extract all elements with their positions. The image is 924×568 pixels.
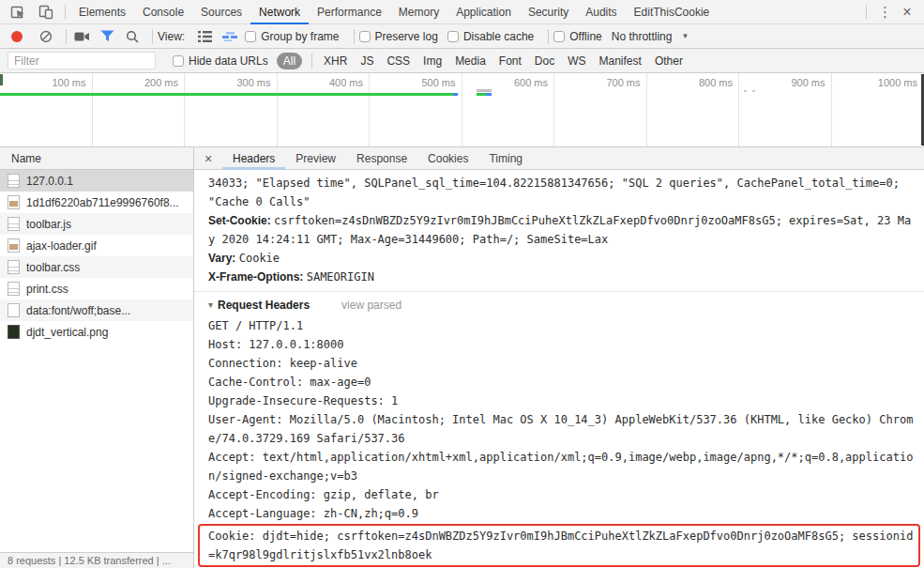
filter-type-media[interactable]: Media [455,54,486,68]
window-controls: ⋮ × [861,4,924,21]
document-icon [8,282,20,296]
request-name: ajax-loader.gif [26,239,97,253]
request-row[interactable]: data:font/woff;base... [0,299,193,321]
list-view-icon[interactable] [194,27,215,46]
divider [311,54,312,69]
timeline-tick: 900 ms [739,73,832,146]
filter-funnel-icon[interactable] [97,27,117,46]
timeline-tick: 500 ms [370,73,462,146]
filter-type-all[interactable]: All [277,53,302,69]
tab-security[interactable]: Security [520,0,577,24]
request-headers-section-header[interactable]: ▾ Request Headers view parsed [208,293,916,316]
preserve-log-checkbox[interactable] [359,31,371,42]
name-column-header[interactable]: Name [0,147,193,170]
request-name: toolbar.css [26,261,80,274]
section-divider [194,291,924,292]
headers-content[interactable]: 34033; "Elapsed time", SQLPanel_sql_time… [194,170,924,568]
network-main-area: Name 127.0.0.1 1d1df6220ab711e9996760f8.… [0,147,924,568]
raw-request-line: Host: 127.0.0.1:8000 [208,335,916,354]
request-row[interactable]: print.css [0,278,193,299]
details-tab-bar: × Headers Preview Response Cookies Timin… [194,147,924,170]
filter-type-img[interactable]: Img [423,54,442,68]
close-icon[interactable]: × [898,4,916,21]
close-details-icon[interactable]: × [194,151,222,166]
raw-request-line: Connection: keep-alive [208,354,916,373]
offline-label[interactable]: Offline [569,30,601,43]
request-name: 1d1df6220ab711e9996760f8... [26,196,179,209]
devtools-window: Elements Console Sources Network Perform… [0,0,924,568]
filter-bar: Hide data URLs All XHR JS CSS Img Media … [0,49,924,73]
divider [354,29,355,44]
tab-console[interactable]: Console [134,0,192,24]
tab-network[interactable]: Network [250,0,309,24]
hide-data-urls-label[interactable]: Hide data URLs [189,54,268,68]
document-icon [8,217,20,231]
request-row[interactable]: 1d1df6220ab711e9996760f8... [0,192,193,213]
record-icon[interactable] [11,31,23,42]
group-by-frame-label[interactable]: Group by frame [261,30,339,43]
tab-cookies[interactable]: Cookies [417,147,478,170]
overview-request-bar [0,93,453,96]
image-icon [8,238,20,253]
timeline-overview[interactable]: 100 ms 200 ms 300 ms 400 ms 500 ms 600 m… [0,73,924,147]
timeline-tick: 700 ms [554,73,647,146]
request-name: print.css [26,283,68,296]
status-bar: 8 requests | 12.5 KB transferred | ... [0,552,193,568]
screenshot-camera-icon[interactable] [71,27,92,46]
view-parsed-link[interactable]: view parsed [341,299,401,312]
timeline-tick: 300 ms [185,73,278,146]
search-icon[interactable] [122,27,143,46]
disable-cache-checkbox[interactable] [447,31,459,42]
request-row[interactable]: ajax-loader.gif [0,235,193,256]
filter-type-other[interactable]: Other [655,54,683,68]
device-toolbar-icon[interactable] [36,3,56,22]
filter-input[interactable] [8,52,156,69]
filter-type-font[interactable]: Font [499,54,522,68]
tab-response[interactable]: Response [346,147,417,170]
hide-data-urls-checkbox[interactable] [173,55,184,67]
filter-type-css[interactable]: CSS [386,54,410,68]
chevron-down-icon[interactable]: ▼ [681,32,689,40]
waterfall-overview-icon[interactable] [220,27,240,46]
more-options-icon[interactable]: ⋮ [875,4,894,21]
tab-sources[interactable]: Sources [192,0,250,24]
clear-icon[interactable] [36,27,56,46]
request-row[interactable]: toolbar.js [0,213,193,235]
tab-elements[interactable]: Elements [70,0,134,24]
inspect-element-icon[interactable] [8,3,28,22]
filter-type-ws[interactable]: WS [568,54,585,68]
tab-timing[interactable]: Timing [478,147,533,170]
overview-request-bar-tip [453,93,458,96]
tab-headers[interactable]: Headers [222,147,285,170]
tab-performance[interactable]: Performance [309,0,390,24]
blank-icon [8,303,20,317]
filter-type-xhr[interactable]: XHR [324,54,347,68]
filter-type-manifest[interactable]: Manifest [599,54,642,68]
tab-preview[interactable]: Preview [285,147,346,170]
divider [866,5,867,20]
request-row[interactable]: djdt_vertical.png [0,321,193,343]
toolbar-left-icons [0,3,60,22]
preserve-log-label[interactable]: Preserve log [375,30,438,43]
document-icon [8,260,20,274]
tab-memory[interactable]: Memory [390,0,447,24]
request-row[interactable]: toolbar.css [0,256,193,278]
filter-type-doc[interactable]: Doc [535,54,554,68]
disable-cache-label[interactable]: Disable cache [463,30,534,43]
tab-editthiscookie[interactable]: EditThisCookie [626,0,719,24]
raw-request-line: Upgrade-Insecure-Requests: 1 [208,391,916,410]
timeline-tick: 100 ms [0,73,93,146]
tab-audits[interactable]: Audits [577,0,625,24]
throttling-select[interactable]: No throttling [612,30,673,43]
divider [65,5,66,20]
offline-checkbox[interactable] [553,31,565,42]
disclosure-triangle-icon[interactable]: ▾ [208,299,213,310]
filter-type-js[interactable]: JS [360,54,373,68]
tab-application[interactable]: Application [447,0,520,24]
timeline-tick: 400 ms [278,73,371,146]
response-header-line: Vary: Cookie [208,249,916,268]
timeline-tick: 600 ms [462,73,555,146]
request-row[interactable]: 127.0.0.1 [0,170,193,192]
divider [152,29,153,44]
group-by-frame-checkbox[interactable] [245,31,256,42]
